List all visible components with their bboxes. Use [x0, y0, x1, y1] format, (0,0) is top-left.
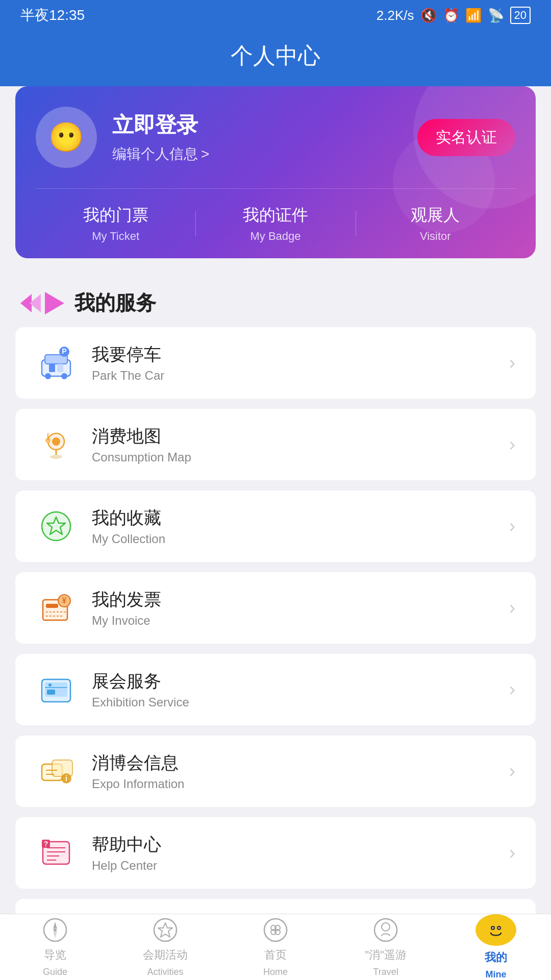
avatar-emoji: 😶 [48, 120, 84, 154]
help-cn: 帮助中心 [92, 833, 494, 856]
help-chevron: › [509, 842, 515, 864]
svg-point-48 [54, 928, 57, 932]
svg-point-58 [374, 919, 397, 941]
bottom-navigation: 导览 Guide 会期活动 Activities 首页 Home "消"遥游 T… [0, 914, 551, 980]
nav-travel-en: Travel [373, 967, 398, 977]
collection-chevron: › [509, 516, 515, 537]
real-name-button[interactable]: 实名认证 [417, 119, 515, 156]
nav-travel-cn: "消"遥游 [365, 947, 407, 963]
svg-point-51 [154, 919, 177, 941]
nav-activities-cn: 会期活动 [143, 947, 188, 963]
map-chevron: › [509, 434, 515, 455]
exhibition-icon [36, 669, 77, 710]
menu-item-exhibition[interactable]: 展会服务 Exhibition Service › [15, 654, 536, 725]
svg-point-59 [382, 923, 390, 931]
expo-text: 消博会信息 Expo Information [92, 751, 494, 791]
svg-point-25 [48, 683, 52, 687]
stat-badge-en: My Badge [195, 230, 355, 243]
battery-indicator: 20 [510, 7, 531, 24]
nav-guide[interactable]: 导览 Guide [0, 914, 110, 980]
status-time: 半夜12:35 [20, 6, 85, 25]
menu-item-invoice[interactable]: ¥ 我的发票 My Invoice › [15, 572, 536, 644]
svg-text:i: i [65, 774, 67, 782]
nav-travel[interactable]: "消"遥游 Travel [331, 914, 441, 980]
menu-item-expo[interactable]: i 消博会信息 Expo Information › [15, 736, 536, 807]
parking-cn: 我要停车 [92, 343, 494, 366]
stat-visitor-cn: 观展人 [356, 204, 515, 227]
stat-ticket-cn: 我的门票 [36, 204, 195, 227]
section-icon [20, 292, 64, 314]
status-bar: 半夜12:35 2.2K/s 🔇 ⏰ 📶 📡 20 [0, 0, 551, 31]
svg-point-14 [42, 512, 70, 541]
svg-point-11 [50, 455, 62, 459]
svg-point-60 [486, 920, 506, 940]
map-text: 消费地图 Consumption Map [92, 425, 494, 464]
exhibition-en: Exhibition Service [92, 695, 494, 709]
collection-cn: 我的收藏 [92, 506, 494, 530]
nav-home-en: Home [263, 967, 288, 977]
svg-text:¥: ¥ [62, 596, 67, 605]
avatar: 😶 [36, 107, 97, 168]
activities-icon [152, 917, 179, 943]
invoice-icon: ¥ [36, 587, 77, 628]
svg-point-9 [52, 437, 60, 446]
map-en: Consumption Map [92, 450, 494, 464]
svg-rect-28 [57, 694, 62, 696]
exhibition-text: 展会服务 Exhibition Service [92, 670, 494, 709]
login-prompt[interactable]: 立即登录 [112, 111, 402, 139]
menu-item-parking[interactable]: P 我要停车 Park The Car › [15, 327, 536, 399]
stat-badge-cn: 我的证件 [195, 204, 355, 227]
invoice-text: 我的发票 My Invoice [92, 588, 494, 628]
nav-mine-en: Mine [485, 969, 506, 980]
nav-guide-en: Guide [43, 967, 67, 977]
menu-item-map[interactable]: 消费地图 Consumption Map › [15, 409, 536, 480]
help-en: Help Center [92, 859, 494, 873]
invoice-chevron: › [509, 597, 515, 619]
svg-rect-17 [46, 604, 58, 608]
svg-rect-26 [47, 690, 55, 695]
expo-cn: 消博会信息 [92, 751, 494, 775]
stat-ticket[interactable]: 我的门票 My Ticket [36, 204, 195, 243]
edit-profile-link[interactable]: 编辑个人信息 > [112, 144, 402, 164]
travel-icon [372, 917, 399, 943]
help-icon: ? [36, 832, 77, 873]
nav-home[interactable]: 首页 Home [220, 914, 331, 980]
nav-activities-en: Activities [147, 967, 183, 977]
stat-visitor-en: Visitor [356, 230, 515, 243]
parking-text: 我要停车 Park The Car [92, 343, 494, 383]
parking-icon: P [36, 342, 77, 383]
expo-chevron: › [509, 761, 515, 782]
nav-activities[interactable]: 会期活动 Activities [110, 914, 220, 980]
stat-ticket-en: My Ticket [36, 230, 195, 243]
exhibition-chevron: › [509, 679, 515, 700]
profile-card: 😶 立即登录 编辑个人信息 > 实名认证 我的门票 My Ticket 我的证件… [15, 86, 536, 258]
svg-point-64 [498, 927, 500, 929]
expo-icon: i [36, 751, 77, 792]
menu-item-help[interactable]: ? 帮助中心 Help Center › [15, 817, 536, 889]
alarm-icon: ⏰ [443, 8, 459, 23]
nav-home-cn: 首页 [264, 947, 287, 963]
services-title: 我的服务 [74, 289, 156, 317]
svg-marker-49 [53, 922, 57, 929]
signal-icon: 📶 [465, 8, 482, 23]
menu-item-collection[interactable]: 我的收藏 My Collection › [15, 491, 536, 562]
nav-mine[interactable]: 我的 Mine [441, 914, 551, 980]
home-icon [262, 917, 289, 943]
svg-point-1 [45, 373, 51, 379]
page-title: 个人中心 [231, 43, 320, 68]
wifi-icon: 📡 [488, 8, 504, 23]
page-header: 个人中心 [0, 31, 551, 86]
exhibition-cn: 展会服务 [92, 670, 494, 693]
stat-visitor[interactable]: 观展人 Visitor [356, 204, 515, 243]
svg-text:?: ? [44, 840, 48, 848]
services-header: 我的服务 [0, 274, 551, 327]
invoice-cn: 我的发票 [92, 588, 494, 611]
profile-info: 立即登录 编辑个人信息 > [112, 111, 402, 164]
collection-icon [36, 506, 77, 547]
mine-icon-bg [475, 914, 516, 946]
nav-guide-cn: 导览 [44, 947, 66, 963]
profile-stats: 我的门票 My Ticket 我的证件 My Badge 观展人 Visitor [36, 188, 515, 258]
map-cn: 消费地图 [92, 425, 494, 448]
parking-en: Park The Car [92, 369, 494, 383]
stat-badge[interactable]: 我的证件 My Badge [195, 204, 355, 243]
